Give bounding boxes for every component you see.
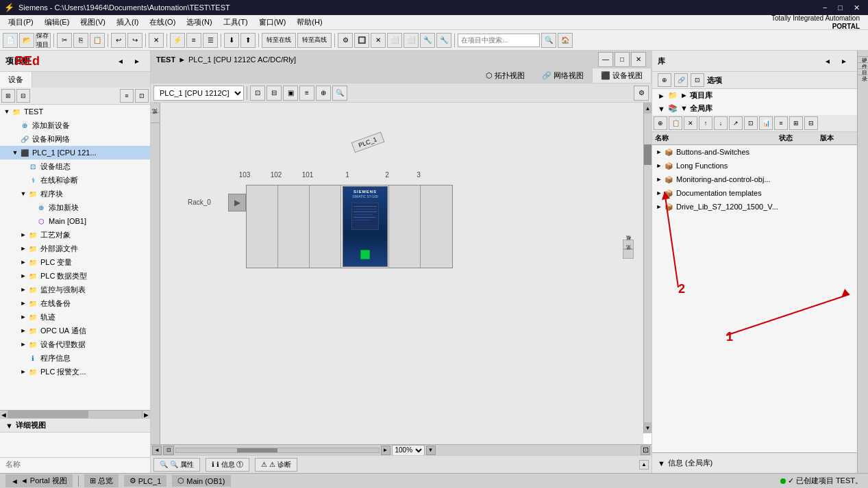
hscroll-right[interactable]: ► xyxy=(381,446,390,455)
lib-btn-extra2[interactable]: ⊟ xyxy=(804,116,818,130)
device-tb-btn4[interactable]: ≡ xyxy=(299,86,314,101)
lib-options-toolbar1[interactable]: ⊕ xyxy=(658,73,671,87)
new-button[interactable]: 📄 xyxy=(3,33,18,48)
project-lib-section[interactable]: ► 📁 ► 项目库 xyxy=(652,89,857,102)
btn-d[interactable]: ⬜ xyxy=(387,33,402,48)
panel-collapse-button[interactable]: ◄ xyxy=(113,53,128,68)
tree-item-online-diag[interactable]: ⚕ 在线和诊断 xyxy=(0,173,150,187)
copy-button[interactable]: ⎘ xyxy=(73,33,88,48)
right-vtab-3[interactable]: 目 xyxy=(858,63,868,69)
tree-item-tech-objects[interactable]: ► 📁 工艺对象 xyxy=(0,228,150,242)
tree-item-root[interactable]: ▼ 📁 TEST xyxy=(0,105,150,118)
menu-window[interactable]: 窗口(W) xyxy=(253,16,292,29)
tab-device-view[interactable]: ⬛ 设备视图 xyxy=(593,68,652,83)
close-button[interactable]: ✕ xyxy=(850,3,864,12)
lib-btn-delete[interactable]: ✕ xyxy=(684,116,697,130)
menu-project[interactable]: 项目(P) xyxy=(3,16,39,29)
save-button[interactable]: 保存项目 xyxy=(36,33,51,48)
navigate-button[interactable]: ▶ xyxy=(228,194,246,211)
right-vtab-4[interactable]: 录 xyxy=(858,69,868,75)
scroll-up-btn[interactable]: ▲ xyxy=(644,103,652,114)
collapse-icon[interactable]: ▼ xyxy=(5,422,13,430)
tree-view-options[interactable]: ⊡ xyxy=(135,89,149,103)
btn-c[interactable]: ✕ xyxy=(371,33,386,48)
go-online-button[interactable]: 转至在线 xyxy=(262,33,296,48)
device-main-area[interactable]: ▲ ▼ 概 览 PLC_1 103 102 xyxy=(151,103,652,444)
center-minimize[interactable]: — xyxy=(598,52,613,67)
right-vtab-2[interactable]: 件 xyxy=(858,57,868,63)
btn-b[interactable]: 🔲 xyxy=(354,33,369,48)
tree-item-network[interactable]: 🔗 设备和网络 xyxy=(0,132,150,146)
status-expand[interactable]: ▲ xyxy=(639,460,649,470)
global-lib-section[interactable]: ▼ 📚 ▼ 全局库 xyxy=(652,102,857,115)
expand-icon[interactable]: ► xyxy=(19,327,27,334)
expand-icon[interactable]: ► xyxy=(19,259,27,266)
expand-icon[interactable]: ► xyxy=(19,272,27,279)
device-select[interactable]: PLC_1 [CPU 1212C] xyxy=(153,86,244,101)
lib-item-drive-lib[interactable]: ► 📦 Drive_Lib_S7_1200_1500_V... xyxy=(652,200,857,214)
btn-f[interactable]: 🔧 xyxy=(420,33,435,48)
overview-tab-button[interactable]: ⊞ 总览 xyxy=(84,474,119,487)
tree-expand-all[interactable]: ⊞ xyxy=(1,89,15,103)
tree-item-program-blocks[interactable]: ▼ 📁 程序块 xyxy=(0,187,150,201)
hscroll-fit[interactable]: ⊡ xyxy=(163,446,174,455)
scroll-thumb[interactable] xyxy=(644,144,652,165)
search-button[interactable]: 🔍 xyxy=(541,33,556,48)
lib-btn-add[interactable]: ⊕ xyxy=(654,116,667,130)
device-tb-btn3[interactable]: ▣ xyxy=(283,86,298,101)
diagnostics-tab[interactable]: ⚠ ⚠ 诊断 xyxy=(255,458,297,472)
expand-icon[interactable]: ▼ xyxy=(11,149,19,156)
search-input[interactable] xyxy=(458,34,540,47)
lib-btn-view[interactable]: ⊡ xyxy=(744,116,758,130)
tree-item-device-proxy[interactable]: ► 📁 设备代理数据 xyxy=(0,337,150,351)
menu-online[interactable]: 在线(O) xyxy=(144,16,181,29)
hscroll-thumb[interactable] xyxy=(237,448,277,452)
expand-icon[interactable]: ► xyxy=(19,313,27,320)
tree-item-plc1[interactable]: ▼ ⬛ PLC_1 [CPU 121... xyxy=(0,146,150,159)
menu-tools[interactable]: 工具(T) xyxy=(218,16,253,29)
redo-button[interactable]: ↪ xyxy=(127,33,142,48)
expand-icon[interactable]: ► xyxy=(19,286,27,293)
lib-btn-options[interactable]: ≡ xyxy=(774,116,788,130)
side-tab-2[interactable]: 览 xyxy=(151,114,160,123)
tree-collapse-all[interactable]: ⊟ xyxy=(16,89,30,103)
tree-item-watch-tables[interactable]: ► 📁 监控与强制表 xyxy=(0,283,150,296)
build-button[interactable]: ≡ xyxy=(186,33,201,48)
plc1-tab-button[interactable]: ⚙ PLC_1 xyxy=(124,475,167,487)
tree-item-external-sources[interactable]: ► 📁 外部源文件 xyxy=(0,242,150,255)
right-vtab-1[interactable]: 硬 xyxy=(858,51,868,57)
go-offline-button[interactable]: 转至高线 xyxy=(297,33,332,48)
device-tb-btn5[interactable]: ⊕ xyxy=(316,86,331,101)
minimize-button[interactable]: − xyxy=(819,3,831,12)
restore-button[interactable]: □ xyxy=(834,3,847,12)
expand-icon[interactable]: ▼ xyxy=(3,108,11,115)
tab-topology[interactable]: ⬡ 拓扑视图 xyxy=(478,68,534,83)
btn-g[interactable]: 🔧 xyxy=(436,33,451,48)
device-tb-btn1[interactable]: ⊡ xyxy=(250,86,265,101)
expand-icon[interactable]: ► xyxy=(19,231,27,238)
tab-devices[interactable]: 设备 xyxy=(0,72,32,88)
compile-button[interactable]: ⚡ xyxy=(170,33,185,48)
menu-options[interactable]: 选项(N) xyxy=(181,16,217,29)
scroll-left[interactable]: ◄ xyxy=(0,411,8,418)
lib-options-toolbar3[interactable]: ⊡ xyxy=(691,73,704,87)
expand-icon[interactable]: ▼ xyxy=(19,190,27,197)
project-button[interactable]: ☰ xyxy=(203,33,218,48)
lib-item-long-functions[interactable]: ► 📦 Long Functions xyxy=(652,159,857,172)
tree-item-opc-ua[interactable]: ► 📁 OPC UA 通信 xyxy=(0,324,150,337)
scroll-down-btn[interactable]: ▼ xyxy=(644,422,652,433)
lib-btn-copy[interactable]: 📋 xyxy=(669,116,682,130)
download-button[interactable]: ⬇ xyxy=(224,33,239,48)
tree-item-device-config[interactable]: ⊡ 设备组态 xyxy=(0,159,150,173)
btn-a[interactable]: ⚙ xyxy=(338,33,353,48)
center-restore[interactable]: □ xyxy=(615,52,630,67)
tree-item-traces[interactable]: ► 📁 轨迹 xyxy=(0,310,150,324)
undo-button[interactable]: ↩ xyxy=(111,33,126,48)
lib-btn-up[interactable]: ↑ xyxy=(699,116,712,130)
tree-item-add-device[interactable]: ⊕ 添加新设备 xyxy=(0,118,150,132)
menu-insert[interactable]: 插入(I) xyxy=(111,16,144,29)
tree-item-alarms[interactable]: ► 📁 PLC 报警文... xyxy=(0,365,150,378)
zoom-options[interactable]: ▼ xyxy=(426,446,436,455)
menu-edit[interactable]: 编辑(E) xyxy=(39,16,75,29)
rack-slot-1-cpu[interactable]: SIEMENS SIMATIC S7-100 xyxy=(341,185,389,268)
